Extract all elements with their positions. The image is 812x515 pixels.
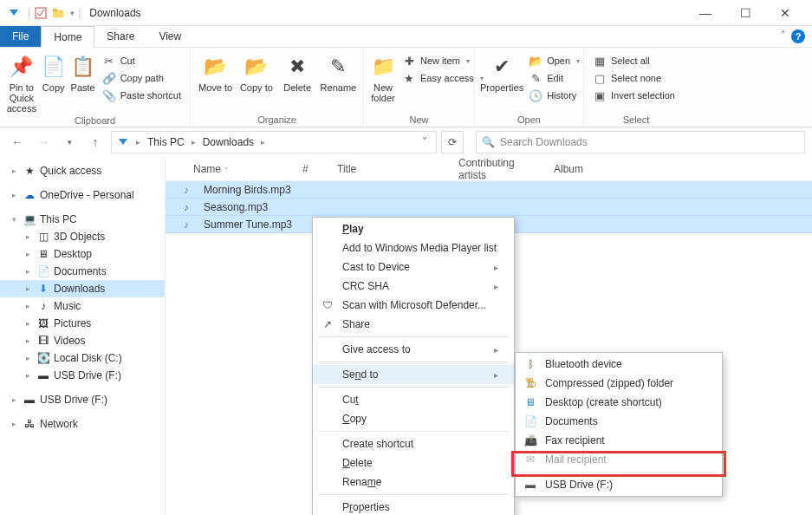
chevron-down-icon[interactable]: ▾ <box>9 215 19 224</box>
open-button[interactable]: 📂Open▾ <box>525 53 583 68</box>
copy-button[interactable]: 📄 Copy <box>40 51 68 95</box>
menu-copy[interactable]: Copy <box>313 409 514 428</box>
maximize-button[interactable]: ☐ <box>725 0 765 26</box>
paste-shortcut-button[interactable]: 📎Paste shortcut <box>99 88 185 103</box>
chevron-right-icon[interactable]: ▸ <box>23 284 33 293</box>
menu-properties[interactable]: Properties <box>313 498 514 515</box>
properties-button[interactable]: ✔Properties <box>480 51 523 95</box>
recent-locations-button[interactable]: ▾ <box>59 132 80 153</box>
send-documents[interactable]: 📄Documents <box>516 412 722 431</box>
chevron-right-icon[interactable]: ▸ <box>190 138 198 147</box>
menu-create-shortcut[interactable]: Create shortcut <box>313 434 514 453</box>
file-row[interactable]: ♪Seasong.mp3 <box>166 199 812 216</box>
select-all-button[interactable]: ▦Select all <box>589 53 679 68</box>
chevron-right-icon[interactable]: ▸ <box>23 250 33 258</box>
back-button[interactable]: ← <box>7 132 28 153</box>
tree-quick-access[interactable]: ▸★Quick access <box>0 162 165 179</box>
tab-view[interactable]: View <box>146 26 193 47</box>
col-title[interactable]: Title <box>330 163 451 175</box>
refresh-button[interactable]: ⟳ <box>441 131 464 153</box>
tree-local-disk[interactable]: ▸💽Local Disk (C:) <box>0 349 165 367</box>
folder-qat-icon[interactable] <box>51 6 65 20</box>
edit-button[interactable]: ✎Edit <box>525 70 583 86</box>
chevron-right-icon[interactable]: ▸ <box>23 336 33 345</box>
crumb-thispc[interactable]: This PC <box>142 136 190 148</box>
chevron-right-icon[interactable]: ▸ <box>23 267 33 276</box>
tab-share[interactable]: Share <box>94 26 146 47</box>
menu-defender[interactable]: 🛡Scan with Microsoft Defender... <box>313 296 514 315</box>
send-desktop[interactable]: 🖥Desktop (create shortcut) <box>516 393 722 412</box>
menu-play[interactable]: Play <box>313 219 514 238</box>
rename-button[interactable]: ✎Rename <box>319 51 358 95</box>
copy-to-button[interactable]: 📂Copy to <box>237 51 276 95</box>
file-row[interactable]: ♪Morning Birds.mp3 <box>166 181 812 199</box>
tree-pictures[interactable]: ▸🖼Pictures <box>0 315 165 332</box>
move-to-button[interactable]: 📂Move to <box>196 51 235 95</box>
menu-add-wmp[interactable]: Add to Windows Media Player list <box>313 238 514 258</box>
menu-give-access[interactable]: Give access to▸ <box>313 340 514 359</box>
chevron-right-icon[interactable]: ▸ <box>23 232 33 241</box>
tree-downloads[interactable]: ▸⬇Downloads <box>0 280 165 297</box>
chevron-right-icon[interactable]: ▸ <box>9 191 19 199</box>
tree-desktop[interactable]: ▸🖥Desktop <box>0 245 165 263</box>
tree-onedrive[interactable]: ▸☁OneDrive - Personal <box>0 186 165 204</box>
chevron-right-icon[interactable]: ▸ <box>23 302 33 310</box>
up-button[interactable]: ↑ <box>85 132 106 153</box>
copy-path-button[interactable]: 🔗Copy path <box>99 70 185 86</box>
history-button[interactable]: 🕓History <box>525 88 583 103</box>
breadcrumb[interactable]: ▸ This PC ▸ Downloads ▸ ˅ <box>111 131 437 153</box>
send-bluetooth[interactable]: ᛒBluetooth device <box>516 355 722 374</box>
menu-crc-sha[interactable]: CRC SHA▸ <box>313 277 514 296</box>
menu-cut[interactable]: Cut <box>313 390 514 409</box>
menu-cast[interactable]: Cast to Device▸ <box>313 258 514 277</box>
menu-rename[interactable]: Rename <box>313 473 514 492</box>
invert-selection-button[interactable]: ▣Invert selection <box>589 88 679 103</box>
new-item-button[interactable]: ✚New item▾ <box>399 53 487 68</box>
forward-button[interactable]: → <box>33 132 54 153</box>
search-box[interactable]: 🔍 Search Downloads <box>476 131 805 153</box>
tree-videos[interactable]: ▸🎞Videos <box>0 332 165 349</box>
tree-usb-drive[interactable]: ▸▬USB Drive (F:) <box>0 367 165 384</box>
tree-music[interactable]: ▸♪Music <box>0 297 165 315</box>
collapse-ribbon-icon[interactable]: ˄ <box>776 26 791 47</box>
col-number[interactable]: # <box>296 163 330 175</box>
select-none-button[interactable]: ▢Select none <box>589 70 679 86</box>
col-name[interactable]: Name˄ <box>166 163 296 175</box>
minimize-button[interactable]: — <box>685 0 725 26</box>
tab-home[interactable]: Home <box>41 26 94 48</box>
breadcrumb-dropdown-icon[interactable]: ˅ <box>417 136 432 148</box>
tree-usb-drive-root[interactable]: ▸▬USB Drive (F:) <box>0 391 165 408</box>
help-icon[interactable]: ? <box>791 29 805 43</box>
easy-access-button[interactable]: ★Easy access▾ <box>399 70 487 86</box>
tab-file[interactable]: File <box>0 26 41 47</box>
nav-tree[interactable]: ▸★Quick access ▸☁OneDrive - Personal ▾💻T… <box>0 157 165 515</box>
tree-this-pc[interactable]: ▾💻This PC <box>0 211 165 228</box>
send-usb-drive[interactable]: ▬USB Drive (F:) <box>516 475 722 494</box>
close-button[interactable]: ✕ <box>765 0 805 26</box>
paste-button[interactable]: 📋 Paste <box>69 51 97 95</box>
tree-network[interactable]: ▸🖧Network <box>0 415 165 433</box>
col-contributing-artists[interactable]: Contributing artists <box>451 157 547 181</box>
down-arrow-icon[interactable] <box>7 6 21 20</box>
chevron-right-icon[interactable]: ▸ <box>9 420 19 428</box>
pin-to-quick-access-button[interactable]: 📌 Pin to Quick access <box>5 51 38 115</box>
chevron-right-icon[interactable]: ▸ <box>23 371 33 380</box>
cut-button[interactable]: ✂Cut <box>99 53 185 68</box>
tree-documents[interactable]: ▸📄Documents <box>0 263 165 280</box>
menu-send-to[interactable]: Send to▸ <box>313 365 514 384</box>
properties-qat-icon[interactable] <box>34 6 48 20</box>
send-zip[interactable]: 🗜Compressed (zipped) folder <box>516 374 722 393</box>
menu-delete[interactable]: Delete <box>313 453 514 473</box>
crumb-downloads[interactable]: Downloads <box>198 136 259 148</box>
col-album[interactable]: Album <box>547 163 616 175</box>
delete-button[interactable]: ✖Delete <box>278 51 317 95</box>
send-fax[interactable]: 📠Fax recipient <box>516 431 722 450</box>
menu-share[interactable]: ↗Share <box>313 315 514 334</box>
tree-3d-objects[interactable]: ▸◫3D Objects <box>0 228 165 245</box>
chevron-right-icon[interactable]: ▸ <box>23 354 33 362</box>
chevron-right-icon[interactable]: ▸ <box>134 138 142 147</box>
chevron-right-icon[interactable]: ▸ <box>9 395 19 404</box>
new-folder-button[interactable]: 📁New folder <box>369 51 397 105</box>
chevron-right-icon[interactable]: ▸ <box>23 319 33 328</box>
chevron-right-icon[interactable]: ▸ <box>9 166 19 175</box>
